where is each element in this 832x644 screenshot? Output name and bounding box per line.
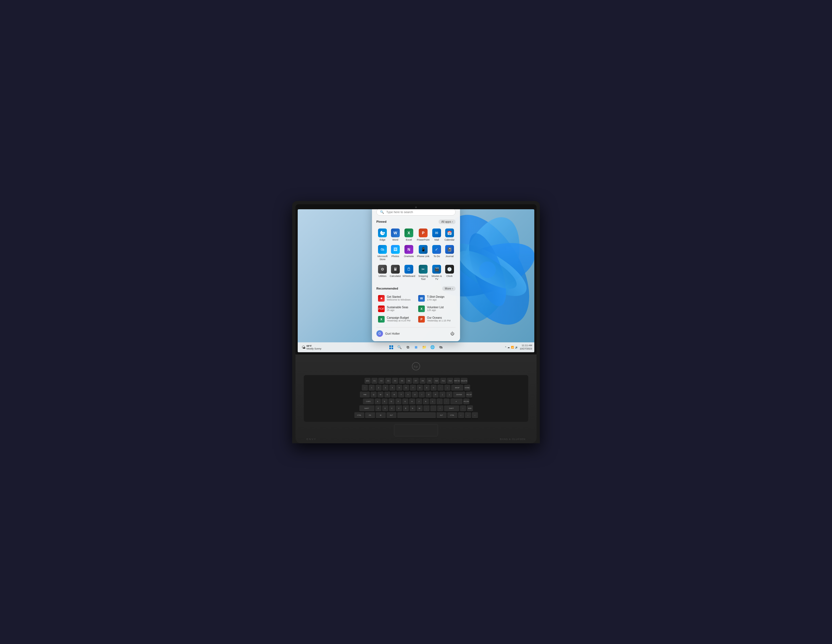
key-k[interactable]: K bbox=[423, 398, 429, 404]
key-1[interactable]: 1 bbox=[369, 385, 375, 391]
key-f[interactable]: F bbox=[395, 398, 402, 404]
key-f5[interactable]: F5 bbox=[399, 378, 405, 384]
key-pgdn[interactable]: PG DN bbox=[463, 398, 469, 404]
app-photos[interactable]: 🖼 Photos bbox=[389, 243, 402, 263]
key-lbracket[interactable]: [ bbox=[439, 392, 445, 398]
key-6[interactable]: 6 bbox=[403, 385, 409, 391]
widgets-button[interactable]: ▦ bbox=[413, 344, 419, 350]
key-rctrl[interactable]: CTRL bbox=[447, 412, 457, 418]
app-moviestv[interactable]: 🎬 Movies & TV bbox=[430, 263, 443, 283]
key-g[interactable]: G bbox=[402, 398, 408, 404]
key-w[interactable]: W bbox=[378, 392, 384, 398]
key-enter[interactable]: ENTER bbox=[453, 392, 465, 398]
rec-seas[interactable]: PDF Sustainable Seas 2h ago bbox=[376, 304, 416, 313]
key-e[interactable]: E bbox=[384, 392, 390, 398]
key-right[interactable]: → bbox=[472, 412, 478, 418]
user-info[interactable]: G Guri Holter bbox=[376, 330, 400, 337]
key-f9[interactable]: F9 bbox=[426, 378, 432, 384]
key-lalt[interactable]: ALT bbox=[387, 412, 397, 418]
key-o[interactable]: O bbox=[426, 392, 432, 398]
weather-widget[interactable]: 🌤 68°F Mostly Sunny bbox=[300, 344, 323, 351]
key-tab[interactable]: TAB bbox=[360, 392, 370, 398]
key-plus[interactable]: + bbox=[444, 385, 450, 391]
key-comma[interactable]: , bbox=[424, 405, 429, 411]
key-l[interactable]: L bbox=[430, 398, 436, 404]
task-view-button[interactable]: ⧉ bbox=[405, 344, 411, 350]
key-f2[interactable]: F2 bbox=[378, 378, 384, 384]
key-i[interactable]: I bbox=[419, 392, 425, 398]
key-2[interactable]: 2 bbox=[376, 385, 382, 391]
key-f8[interactable]: F8 bbox=[419, 378, 426, 384]
more-button[interactable]: More › bbox=[442, 286, 456, 291]
key-enter2[interactable]: ↵ bbox=[450, 398, 462, 404]
key-f6[interactable]: F6 bbox=[406, 378, 412, 384]
app-word[interactable]: W Word bbox=[389, 227, 402, 243]
key-y[interactable]: Y bbox=[405, 392, 411, 398]
app-whiteboard[interactable]: 🗒 Whiteboard bbox=[402, 263, 416, 283]
app-edge[interactable]: Edge bbox=[376, 227, 389, 243]
key-f4[interactable]: F4 bbox=[392, 378, 398, 384]
key-a[interactable]: A bbox=[375, 398, 381, 404]
search-input[interactable] bbox=[386, 210, 452, 214]
app-calendar[interactable]: 📅 Calendar bbox=[443, 227, 456, 243]
key-ctrl[interactable]: CTRL bbox=[354, 412, 364, 418]
key-period[interactable]: . bbox=[430, 405, 436, 411]
app-phonelink[interactable]: 📱 Phone Link bbox=[416, 243, 430, 263]
key-slash[interactable]: / bbox=[437, 405, 443, 411]
key-q[interactable]: Q bbox=[371, 392, 377, 398]
rec-campaign[interactable]: X Campaign Budget Yesterday at 4:24 PM bbox=[376, 315, 416, 324]
key-delete[interactable]: DELETE bbox=[461, 378, 467, 384]
key-lshift[interactable]: SHIFT bbox=[359, 405, 374, 411]
key-ralt[interactable]: ALT bbox=[437, 412, 446, 418]
rec-oceans[interactable]: P Our Oceans Yesterday at 1:15 PM bbox=[416, 315, 456, 324]
key-4[interactable]: 4 bbox=[389, 385, 395, 391]
key-semicolon[interactable]: ; bbox=[437, 398, 443, 404]
key-j[interactable]: J bbox=[416, 398, 422, 404]
app-journal[interactable]: 📓 Journal bbox=[443, 243, 456, 263]
key-c[interactable]: C bbox=[389, 405, 395, 411]
app-calculator[interactable]: 🖩 Calculator bbox=[389, 263, 402, 283]
key-minus[interactable]: - bbox=[437, 385, 443, 391]
app-snippingtool[interactable]: ✂ Snipping Tool bbox=[416, 263, 430, 283]
key-0[interactable]: 0 bbox=[430, 385, 437, 391]
key-f7[interactable]: F7 bbox=[413, 378, 419, 384]
key-rshift[interactable]: SHIFT bbox=[444, 405, 459, 411]
key-9[interactable]: 9 bbox=[424, 385, 430, 391]
key-8[interactable]: 8 bbox=[417, 385, 423, 391]
key-caps[interactable]: CAPS bbox=[363, 398, 374, 404]
app-todo[interactable]: ✓ To Do bbox=[430, 243, 443, 263]
key-backtick[interactable]: ~ bbox=[362, 385, 368, 391]
app-powerpoint[interactable]: P PowerPoint bbox=[416, 227, 430, 243]
key-up[interactable]: ↑ bbox=[460, 405, 466, 411]
rec-tshirt[interactable]: W T-Shirt Design 17m ago bbox=[416, 294, 456, 303]
system-clock[interactable]: 11:11 AM 10/27/2023 bbox=[520, 344, 532, 350]
key-space[interactable] bbox=[397, 412, 436, 418]
power-button[interactable]: ⏻ bbox=[449, 330, 456, 337]
key-b[interactable]: B bbox=[403, 405, 409, 411]
key-prtsc[interactable]: PRT SC bbox=[454, 378, 460, 384]
key-f1[interactable]: F1 bbox=[371, 378, 378, 384]
key-m[interactable]: M bbox=[416, 405, 422, 411]
key-win[interactable]: ⊞ bbox=[376, 412, 386, 418]
rec-get-started[interactable]: ★ Get Started Welcome to Windows bbox=[376, 294, 416, 303]
key-f10[interactable]: F10 bbox=[434, 378, 439, 384]
key-u[interactable]: U bbox=[412, 392, 418, 398]
start-button[interactable] bbox=[388, 344, 394, 350]
taskbar-store-button[interactable]: 🛍 bbox=[438, 344, 444, 350]
key-fn[interactable]: FN bbox=[365, 412, 375, 418]
key-x[interactable]: X bbox=[382, 405, 388, 411]
key-down[interactable]: ↓ bbox=[465, 412, 471, 418]
touchpad[interactable] bbox=[394, 424, 438, 436]
key-esc[interactable]: ESC bbox=[365, 378, 371, 384]
key-end[interactable]: END bbox=[467, 405, 473, 411]
search-bar[interactable]: 🔍 bbox=[376, 209, 456, 216]
app-msstore[interactable]: 🛍 Microsoft Store bbox=[376, 243, 389, 263]
rec-volunteer[interactable]: X Volunteer List 12h ago bbox=[416, 304, 456, 313]
key-7[interactable]: 7 bbox=[410, 385, 416, 391]
key-f11[interactable]: F11 bbox=[440, 378, 446, 384]
key-t[interactable]: T bbox=[398, 392, 404, 398]
key-f12[interactable]: F12 bbox=[447, 378, 453, 384]
app-excel[interactable]: X Excel bbox=[402, 227, 416, 243]
key-3[interactable]: 3 bbox=[382, 385, 389, 391]
key-n[interactable]: N bbox=[410, 405, 416, 411]
